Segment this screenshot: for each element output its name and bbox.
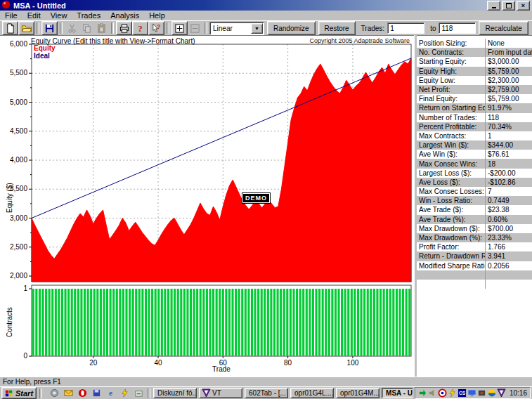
stats-row: Equity Low:$2,300.00	[417, 76, 532, 85]
svg-text:40: 40	[154, 359, 162, 367]
menu-help[interactable]: Help	[144, 11, 170, 20]
minimize-button[interactable]	[487, 1, 500, 11]
stats-row: Percent Profitable:70.34%	[417, 122, 532, 131]
app-icon[interactable]	[48, 388, 60, 398]
package-icon[interactable]	[132, 388, 145, 398]
menu-trades[interactable]: Trades	[72, 11, 105, 20]
y-axis-title-contracts: Contracts	[6, 307, 13, 337]
svg-text:5,500: 5,500	[10, 69, 27, 77]
stats-row: Max Contracts:1	[417, 131, 532, 140]
randomize-button[interactable]: Randomize	[267, 21, 316, 35]
stats-value: 1.766	[485, 242, 532, 251]
stats-row: Equity High:$5,759.00	[417, 67, 532, 76]
stats-row: Win - Loss Ratio:0.7449	[417, 196, 532, 205]
menu-bar: FileEditViewTradesAnalysisHelp	[0, 11, 532, 21]
zoom-in-icon[interactable]	[171, 21, 188, 35]
stats-value: 0.7449	[485, 196, 532, 205]
scheduler-icon[interactable]	[477, 388, 486, 398]
window-title: MSA - Untitled	[13, 1, 66, 10]
stats-row	[417, 280, 532, 289]
stats-label: Ave Trade (%):	[417, 216, 485, 223]
volume-icon[interactable]	[428, 388, 437, 398]
taskbar-separator	[148, 388, 150, 398]
stats-value: $344.00	[485, 140, 532, 150]
stats-row: Return - Drawdown Ratio:3.941	[417, 251, 532, 261]
stats-row: Ave Trade ($):$23.38	[417, 205, 532, 214]
status-bar: For Help, press F1	[0, 377, 532, 386]
floppy-icon[interactable]	[90, 388, 103, 398]
stats-row: Final Equity:$5,759.00	[417, 94, 532, 103]
demo-watermark: DEMO	[242, 193, 270, 203]
task-button[interactable]: MSA - Un...	[382, 388, 413, 398]
svg-text:20: 20	[89, 359, 98, 367]
task-label: opr01G4L....	[294, 389, 334, 397]
print-icon[interactable]	[116, 21, 132, 35]
menu-view[interactable]: View	[46, 11, 72, 20]
stats-label: Final Equity:	[417, 95, 485, 103]
svg-text:100: 100	[347, 359, 359, 367]
menu-file[interactable]: File	[0, 11, 22, 20]
task-button[interactable]: opr01G4L....	[290, 388, 334, 398]
stats-row: Net Profit:$2,759.00	[417, 85, 532, 94]
display-icon[interactable]	[467, 388, 476, 398]
scale-select[interactable]: Linear ▼	[209, 22, 264, 35]
stats-label: Net Profit:	[417, 86, 485, 93]
zoom-out-icon[interactable]	[188, 22, 202, 34]
menu-edit[interactable]: Edit	[22, 11, 46, 20]
toolbar-separator	[205, 22, 207, 34]
x-axis-title: Trade	[200, 365, 242, 373]
paste-icon[interactable]	[94, 22, 109, 34]
chart-title: Equity Curve (Edit this title with View-…	[31, 37, 195, 45]
save-icon[interactable]	[41, 21, 58, 35]
stats-value: $23.38	[485, 205, 532, 214]
restore-trades-button[interactable]: Restore	[318, 21, 356, 35]
msa-app-icon	[1, 0, 11, 11]
updates-icon[interactable]	[487, 388, 496, 398]
cut-icon[interactable]	[65, 22, 79, 34]
new-icon[interactable]	[2, 21, 18, 35]
restore-button[interactable]	[502, 1, 515, 11]
svg-text:80: 80	[284, 359, 292, 367]
stats-row: Number of Trades:118	[417, 113, 532, 122]
dialup-icon[interactable]	[438, 388, 447, 398]
open-icon[interactable]	[18, 21, 34, 35]
ie-icon[interactable]: e	[104, 388, 117, 398]
opera-icon[interactable]	[76, 388, 89, 398]
stats-row: Starting Equity:$3,000.00	[417, 57, 532, 66]
status-text: For Help, press F1	[3, 378, 61, 386]
system-tray: CS10:16	[415, 387, 531, 399]
task-button[interactable]: 602Tab - [...	[245, 388, 288, 398]
stats-value: $76.61	[485, 150, 532, 159]
cs-icon[interactable]: CS	[458, 388, 467, 398]
stats-label: Win - Loss Ratio:	[417, 197, 485, 204]
vt-icon[interactable]	[497, 388, 506, 398]
help-icon[interactable]: ?	[132, 21, 148, 35]
menu-analysis[interactable]: Analysis	[105, 11, 144, 20]
mail-icon[interactable]	[62, 388, 74, 398]
task-label: Diskuzní fó...	[157, 389, 197, 397]
svg-text:1: 1	[23, 284, 27, 292]
trades-to-input[interactable]	[439, 22, 476, 34]
sync-icon[interactable]	[418, 388, 427, 398]
legend-equity: Equity	[34, 44, 56, 52]
task-button[interactable]: opr01G4M...	[336, 388, 379, 398]
stats-value: 91.97%	[485, 103, 532, 112]
task-label: opr01G4M...	[340, 389, 379, 397]
close-button[interactable]: ×	[517, 1, 530, 11]
copy-icon[interactable]	[79, 22, 94, 34]
context-help-icon[interactable]: ?	[148, 21, 164, 35]
stats-value	[485, 280, 532, 289]
stats-label: Max Contracts:	[417, 132, 485, 140]
trades-from-input[interactable]	[387, 22, 424, 34]
svg-text:4,000: 4,000	[10, 156, 27, 164]
task-button[interactable]: VT	[199, 388, 242, 398]
bolt-icon[interactable]	[118, 388, 131, 398]
stats-row: Return on Starting Equity:91.97%	[417, 103, 532, 112]
recalculate-button[interactable]: Recalculate	[479, 21, 528, 35]
task-button[interactable]: Diskuzní fó...	[153, 388, 197, 398]
start-label: Start	[15, 389, 33, 398]
chevron-down-icon[interactable]: ▼	[251, 23, 263, 34]
start-button[interactable]: Start	[1, 387, 37, 399]
bolt-icon[interactable]	[448, 388, 457, 398]
stats-row: Ave Win ($):$76.61	[417, 150, 532, 159]
